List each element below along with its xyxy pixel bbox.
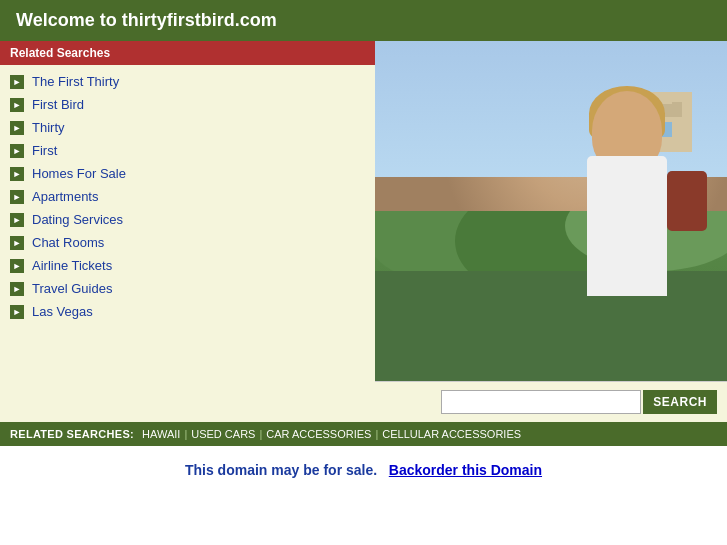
bullet-icon: ► — [10, 144, 24, 158]
link-first-bird[interactable]: First Bird — [32, 97, 84, 112]
site-header: Welcome to thirtyfirstbird.com — [0, 0, 727, 41]
bullet-icon: ► — [10, 98, 24, 112]
link-the-first-thirty[interactable]: The First Thirty — [32, 74, 119, 89]
related-searches-label: Related Searches — [10, 46, 110, 60]
bullet-icon: ► — [10, 75, 24, 89]
separator: | — [184, 428, 187, 440]
footer: This domain may be for sale. Backorder t… — [0, 446, 727, 494]
list-item: ► The First Thirty — [0, 70, 375, 93]
search-links-list: ► The First Thirty ► First Bird ► Thirty… — [0, 65, 375, 328]
list-item: ► Airline Tickets — [0, 254, 375, 277]
photo-panel: SEARCH — [375, 41, 727, 422]
link-airline-tickets[interactable]: Airline Tickets — [32, 258, 112, 273]
backorder-link[interactable]: Backorder this Domain — [389, 462, 542, 478]
bottom-link-hawaii[interactable]: HAWAII — [142, 428, 180, 440]
bullet-icon: ► — [10, 236, 24, 250]
photo-background — [375, 41, 727, 381]
list-item: ► First Bird — [0, 93, 375, 116]
separator: | — [375, 428, 378, 440]
person-body — [587, 156, 667, 296]
list-item: ► Apartments — [0, 185, 375, 208]
list-item: ► Dating Services — [0, 208, 375, 231]
related-searches-bar: Related Searches — [0, 41, 375, 65]
bullet-icon: ► — [10, 121, 24, 135]
link-apartments[interactable]: Apartments — [32, 189, 98, 204]
bottom-link-cellular-accessories[interactable]: CELLULAR ACCESSORIES — [382, 428, 521, 440]
bullet-icon: ► — [10, 167, 24, 181]
bottom-bar-label: RELATED SEARCHES: — [10, 428, 134, 440]
search-bar-area: SEARCH — [375, 381, 727, 422]
bullet-icon: ► — [10, 259, 24, 273]
content-area: Related Searches ► The First Thirty ► Fi… — [0, 41, 727, 422]
bullet-icon: ► — [10, 190, 24, 204]
list-item: ► First — [0, 139, 375, 162]
bottom-link-used-cars[interactable]: USED CARS — [191, 428, 255, 440]
search-input[interactable] — [441, 390, 641, 414]
link-travel-guides[interactable]: Travel Guides — [32, 281, 112, 296]
person-figure — [547, 91, 707, 381]
list-item: ► Las Vegas — [0, 300, 375, 323]
left-panel: Related Searches ► The First Thirty ► Fi… — [0, 41, 375, 422]
link-dating-services[interactable]: Dating Services — [32, 212, 123, 227]
header-title: Welcome to thirtyfirstbird.com — [16, 10, 277, 30]
bottom-related-bar: RELATED SEARCHES: HAWAII | USED CARS | C… — [0, 422, 727, 446]
bullet-icon: ► — [10, 305, 24, 319]
bullet-icon: ► — [10, 213, 24, 227]
bullet-icon: ► — [10, 282, 24, 296]
separator: | — [259, 428, 262, 440]
link-first[interactable]: First — [32, 143, 57, 158]
link-las-vegas[interactable]: Las Vegas — [32, 304, 93, 319]
link-homes-for-sale[interactable]: Homes For Sale — [32, 166, 126, 181]
list-item: ► Travel Guides — [0, 277, 375, 300]
list-item: ► Thirty — [0, 116, 375, 139]
footer-text: This domain may be for sale. — [185, 462, 377, 478]
person-bag — [667, 171, 707, 231]
search-button[interactable]: SEARCH — [643, 390, 717, 414]
bottom-link-car-accessories[interactable]: CAR ACCESSORIES — [266, 428, 371, 440]
link-thirty[interactable]: Thirty — [32, 120, 65, 135]
list-item: ► Chat Rooms — [0, 231, 375, 254]
list-item: ► Homes For Sale — [0, 162, 375, 185]
link-chat-rooms[interactable]: Chat Rooms — [32, 235, 104, 250]
